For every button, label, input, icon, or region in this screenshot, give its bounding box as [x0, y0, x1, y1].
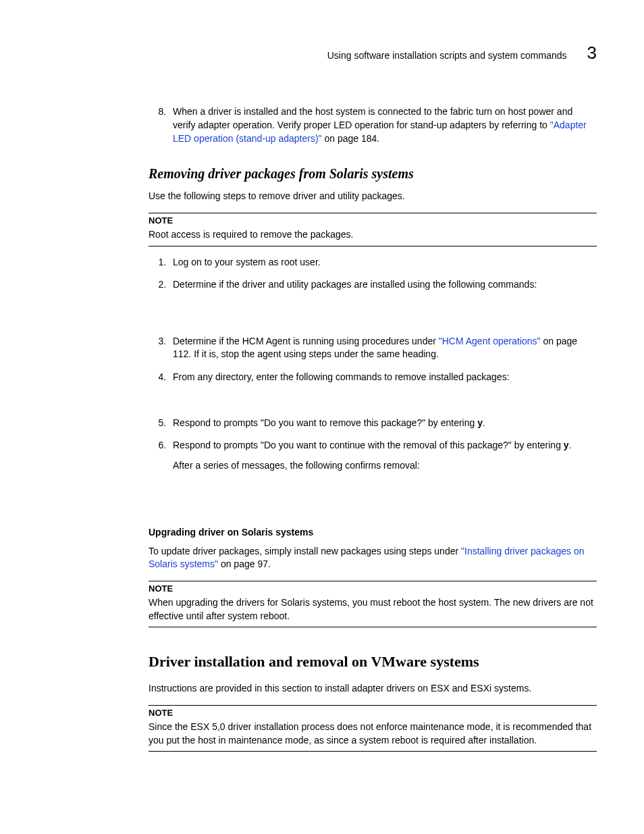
step3-pre: Determine if the HCM Agent is running us… [173, 336, 439, 346]
running-header: Using software installation scripts and … [47, 41, 597, 65]
step6-bold: y [564, 440, 569, 450]
header-section-name: Using software installation scripts and … [327, 49, 567, 63]
step-1: Log on to your system as root user. [169, 256, 597, 269]
code-placeholder-3 [173, 472, 597, 506]
upgrading-post: on page 97. [218, 558, 271, 569]
vmware-intro: Instructions are provided in this sectio… [149, 682, 597, 696]
removing-intro: Use the following steps to remove driver… [149, 190, 597, 203]
step-list-continue: When a driver is installed and the host … [149, 105, 597, 145]
step-6: Respond to prompts "Do you want to conti… [169, 439, 597, 506]
step-2-text: Determine if the driver and utility pack… [173, 279, 537, 290]
note-root-access: NOTE Root access is required to remove t… [149, 213, 597, 246]
note-text-upgrade: When upgrading the drivers for Solaris s… [149, 596, 597, 623]
note-label-vmware: NOTE [149, 707, 597, 719]
note-upgrade-reboot: NOTE When upgrading the drivers for Sola… [149, 581, 597, 627]
note-label-upgrade: NOTE [149, 583, 597, 595]
upgrading-pre: To update driver packages, simply instal… [149, 546, 461, 556]
step8-pre: When a driver is installed and the host … [173, 106, 572, 130]
step6-sub: After a series of messages, the followin… [173, 459, 597, 473]
step-5: Respond to prompts "Do you want to remov… [169, 417, 597, 430]
note-vmware-maintenance: NOTE Since the ESX 5,0 driver installati… [149, 705, 597, 752]
note-label: NOTE [149, 215, 597, 227]
content-column: When a driver is installed and the host … [149, 105, 597, 752]
step6-post: . [569, 440, 572, 450]
step5-post: . [483, 417, 485, 428]
heading-upgrading-solaris: Upgrading driver on Solaris systems [149, 526, 597, 540]
step-2: Determine if the driver and utility pack… [169, 278, 597, 325]
removing-steps: Log on to your system as root user. Dete… [149, 256, 597, 506]
link-hcm-agent[interactable]: "HCM Agent operations" [439, 336, 541, 346]
upgrading-text: To update driver packages, simply instal… [149, 545, 597, 571]
heading-removing-solaris: Removing driver packages from Solaris sy… [149, 164, 597, 183]
code-placeholder-1 [173, 292, 597, 325]
step-4: From any directory, enter the following … [169, 371, 597, 407]
chapter-number: 3 [587, 41, 597, 65]
step6-pre: Respond to prompts "Do you want to conti… [173, 440, 564, 450]
step8-post: on page 184. [322, 133, 380, 144]
step-3: Determine if the HCM Agent is running us… [169, 335, 597, 361]
page: Using software installation scripts and … [0, 0, 644, 834]
step-8: When a driver is installed and the host … [169, 105, 597, 145]
step-4-text: From any directory, enter the following … [173, 371, 510, 382]
step5-bold: y [477, 417, 483, 428]
code-placeholder-2 [173, 384, 597, 407]
note-text-root: Root access is required to remove the pa… [149, 228, 597, 242]
note-text-vmware: Since the ESX 5,0 driver installation pr… [149, 721, 597, 747]
heading-vmware: Driver installation and removal on VMwar… [149, 652, 597, 673]
step5-pre: Respond to prompts "Do you want to remov… [173, 417, 477, 428]
